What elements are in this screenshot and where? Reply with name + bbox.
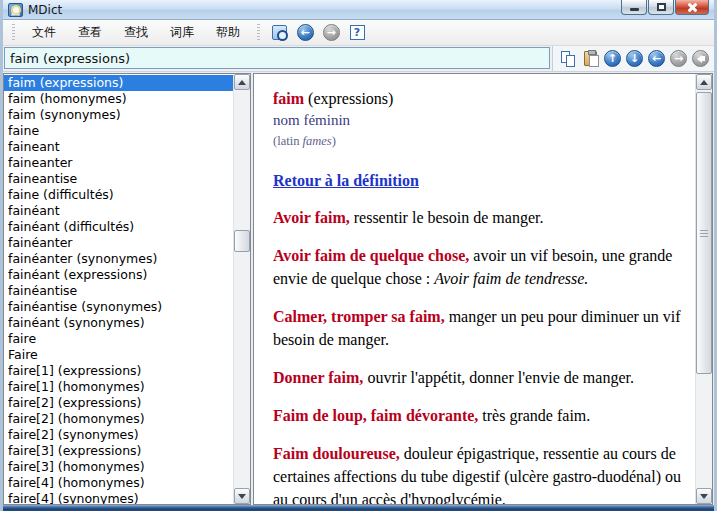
etymology-word: fames (303, 134, 332, 148)
right-arrow-icon: → (670, 50, 687, 67)
up-arrow-icon: ↑ (604, 50, 621, 67)
titlebar: MDict (3, 0, 714, 20)
paste-button[interactable] (580, 48, 601, 70)
word-list-panel: faim (expressions)faim (homonymes)faim (… (3, 73, 251, 505)
list-item[interactable]: fainéanter (4, 235, 233, 251)
mdict-window: MDict 文件 查看 查找 词库 帮助 ← → ? ↑ ↓ (0, 0, 717, 511)
triangle-up-icon (700, 80, 708, 85)
scroll-up-button[interactable] (696, 74, 712, 90)
window-bottom-frame (3, 505, 714, 511)
list-item[interactable]: faire[2] (homonymes) (4, 411, 233, 427)
search-toolbar: ↑ ↓ ← → (552, 46, 714, 71)
list-item[interactable]: fainéanter (synonymes) (4, 251, 233, 267)
definition-paragraph: Avoir faim de quelque chose, avoir un vi… (273, 244, 683, 290)
word-list: faim (expressions)faim (homonymes)faim (… (4, 74, 233, 504)
list-item[interactable]: faineanter (4, 155, 233, 171)
app-icon (8, 3, 23, 17)
etymology-suffix: ) (332, 134, 336, 148)
pronounce-button[interactable] (690, 48, 711, 70)
list-item[interactable]: Faire (4, 347, 233, 363)
return-to-definition-link[interactable]: Retour à la définition (273, 171, 419, 192)
triangle-down-icon (700, 494, 708, 499)
expression-lead: Faim douloureuse, (273, 445, 400, 462)
down-arrow-icon: ↓ (626, 50, 643, 67)
help-button[interactable]: ? (344, 21, 370, 44)
list-item[interactable]: faire[4] (homonymes) (4, 475, 233, 491)
list-item[interactable]: fainéant (4, 203, 233, 219)
maximize-button[interactable] (648, 0, 674, 15)
entry-header: faim (expressions) (273, 89, 683, 110)
triangle-down-icon (238, 494, 246, 499)
scroll-down-button[interactable] (234, 488, 250, 504)
list-item[interactable]: fainéant (expressions) (4, 267, 233, 283)
back-arrow-icon: ← (297, 24, 314, 41)
maximize-icon (657, 3, 666, 11)
definitions: Avoir faim, ressentir le besoin de mange… (273, 206, 683, 504)
close-button[interactable] (675, 0, 709, 15)
list-item[interactable]: fainéantise (4, 283, 233, 299)
expression-lead: Donner faim, (273, 369, 363, 386)
menubar: 文件 查看 查找 词库 帮助 ← → ? (3, 20, 714, 46)
lookup-icon (272, 25, 287, 40)
list-item[interactable]: faim (expressions) (4, 75, 233, 91)
list-item[interactable]: faire[4] (synonymes) (4, 491, 233, 504)
entry-headword-suffix: (expressions) (308, 90, 393, 107)
list-item[interactable]: faineantise (4, 171, 233, 187)
window-controls (621, 0, 709, 15)
example-text: Avoir faim de tendresse. (434, 270, 588, 287)
copy-icon (561, 51, 576, 67)
list-item[interactable]: faire[3] (expressions) (4, 443, 233, 459)
menu-library[interactable]: 词库 (159, 20, 205, 45)
scroll-down-button[interactable] (696, 488, 712, 504)
copy-button[interactable] (558, 48, 579, 70)
lookup-button[interactable] (266, 21, 292, 44)
list-item[interactable]: faire[1] (expressions) (4, 363, 233, 379)
window-title: MDict (28, 3, 62, 17)
word-list-scrollbar[interactable] (233, 74, 250, 504)
menu-find[interactable]: 查找 (113, 20, 159, 45)
list-item[interactable]: faim (synonymes) (4, 107, 233, 123)
menu-file[interactable]: 文件 (21, 20, 67, 45)
help-icon: ? (350, 25, 365, 40)
list-item[interactable]: faine (4, 123, 233, 139)
menu-help[interactable]: 帮助 (205, 20, 251, 45)
expression-lead: Avoir faim, (273, 209, 350, 226)
list-item[interactable]: faire[2] (expressions) (4, 395, 233, 411)
scrollbar-thumb[interactable] (234, 230, 250, 252)
list-item[interactable]: faire[2] (synonymes) (4, 427, 233, 443)
list-item[interactable]: faineant (4, 139, 233, 155)
toolbar-grip[interactable] (257, 24, 260, 41)
definition-scrollbar[interactable] (695, 74, 712, 504)
minimize-button[interactable] (621, 0, 647, 15)
list-item[interactable]: fainéantise (synonymes) (4, 299, 233, 315)
search-input[interactable] (4, 47, 550, 69)
menu-view[interactable]: 查看 (67, 20, 113, 45)
next-word-button[interactable]: ↓ (624, 48, 645, 70)
definition-paragraph: Donner faim, ouvrir l'appétit, donner l'… (273, 366, 683, 389)
entry-headword: faim (273, 90, 304, 107)
list-item[interactable]: faine (difficultés) (4, 187, 233, 203)
search-row: ↑ ↓ ← → (3, 46, 714, 72)
previous-word-button[interactable]: ↑ (602, 48, 623, 70)
expression-lead: Calmer, tromper sa faim, (273, 308, 445, 325)
definition-paragraph: Calmer, tromper sa faim, manger un peu p… (273, 305, 683, 351)
list-item[interactable]: faire (4, 331, 233, 347)
history-forward-button[interactable]: → (318, 21, 344, 44)
back-entry-button[interactable]: ← (646, 48, 667, 70)
list-item[interactable]: fainéant (synonymes) (4, 315, 233, 331)
list-item[interactable]: fainéant (difficultés) (4, 219, 233, 235)
scroll-up-button[interactable] (234, 74, 250, 90)
list-item[interactable]: faire[1] (homonymes) (4, 379, 233, 395)
minimize-icon (630, 8, 639, 11)
thumb-gripper-icon (700, 230, 708, 237)
list-item[interactable]: faire[3] (homonymes) (4, 459, 233, 475)
list-item[interactable]: faim (homonymes) (4, 91, 233, 107)
scrollbar-thumb[interactable] (696, 92, 712, 374)
forward-entry-button[interactable]: → (668, 48, 689, 70)
triangle-up-icon (238, 80, 246, 85)
close-icon (687, 2, 698, 13)
history-back-button[interactable]: ← (292, 21, 318, 44)
menubar-grip[interactable] (12, 24, 15, 41)
speaker-icon (692, 50, 709, 67)
definition-panel: faim (expressions) nom féminin (latin fa… (253, 73, 713, 505)
